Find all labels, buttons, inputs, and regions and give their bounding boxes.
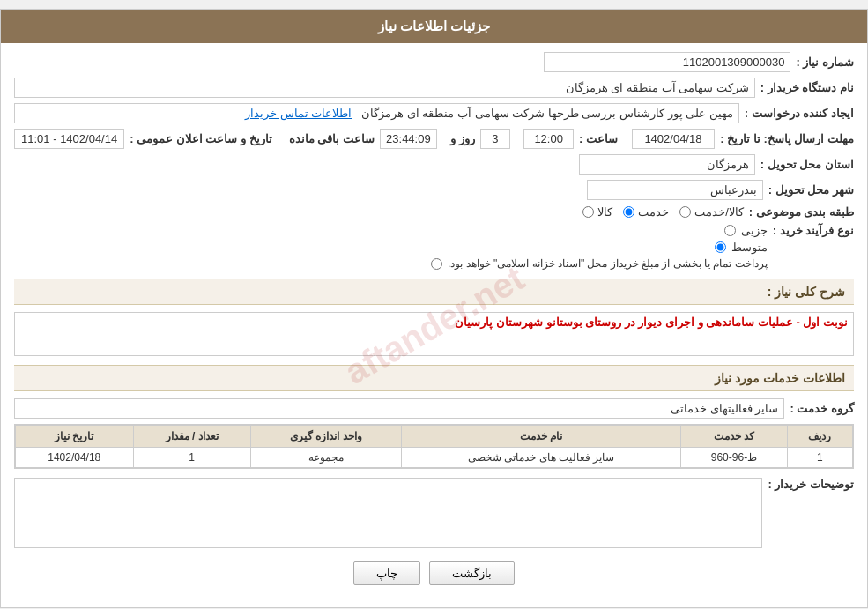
services-table-container: ردیف کد خدمت نام خدمت واحد اندازه گیری ت… — [14, 424, 854, 469]
sharh-section-title: شرح کلی نیاز : — [14, 279, 854, 305]
table-header-row: ردیف کد خدمت نام خدمت واحد اندازه گیری ت… — [16, 426, 853, 448]
tabaqe-kala-khedmat-radio[interactable] — [679, 206, 691, 218]
ostan-value: هرمزگان — [579, 154, 755, 175]
tarikh-value: 1402/04/18 — [632, 129, 716, 149]
naam-dastgah-row: نام دستگاه خریدار : شرکت سهامی آب منطقه … — [14, 78, 854, 98]
tarikh-elaan-value: 1402/04/14 - 11:01 — [14, 129, 124, 149]
eijad-label: ایجاد کننده درخواست : — [745, 107, 854, 120]
col-kod: کد خدمت — [681, 426, 787, 448]
baaghi-label: ساعت باقی مانده — [289, 132, 375, 145]
nooe-options: جزیی متوسط پرداخت تمام یا بخشی از مبلغ خ… — [431, 224, 768, 270]
cell-tarikh: 1402/04/18 — [16, 448, 134, 468]
col-naam: نام خدمت — [401, 426, 681, 448]
nooe-motavaset-radio[interactable] — [715, 241, 726, 253]
tabaqe-kala-khedmat-label: کالا/خدمت — [694, 205, 744, 219]
shomara-niaz-value: 1102001309000030 — [544, 52, 790, 72]
gorooh-value: سایر فعالیتهای خدماتی — [14, 398, 784, 419]
sharh-label: شرح کلی نیاز : — [768, 285, 845, 299]
cell-vahed: مجموعه — [250, 448, 401, 468]
eijad-row: ایجاد کننده درخواست : مهین علی پور کارشن… — [14, 103, 854, 123]
page-wrapper: جزئیات اطلاعات نیاز aftander.net شماره ن… — [0, 9, 868, 608]
page-header: جزئیات اطلاعات نیاز — [1, 10, 867, 43]
saaat-label: ساعت : — [579, 132, 618, 145]
tarikh-label: مهلت ارسال پاسخ: تا تاریخ : — [720, 132, 854, 145]
nooe-row: نوع فرآیند خرید : جزیی متوسط پرداخت تمام… — [14, 224, 854, 270]
eijad-value: مهین علی پور کارشناس بررسی طرحها شرکت سه… — [14, 103, 739, 123]
tarikh-elaan-label: تاریخ و ساعت اعلان عمومی : — [130, 132, 271, 145]
saaat-value: 12:00 — [523, 129, 574, 149]
tabaqe-khedmat-item: خدمت — [623, 205, 669, 219]
col-vahed: واحد اندازه گیری — [250, 426, 401, 448]
tabaqe-kala-khedmat-item: کالا/خدمت — [679, 205, 744, 219]
nooe-jazii-radio[interactable] — [724, 225, 736, 236]
tozihat-row: توضیحات خریدار : — [14, 478, 854, 548]
nooe-jazii-item: جزیی — [431, 224, 768, 237]
shomara-niaz-row: شماره نیاز : 1102001309000030 — [14, 52, 854, 72]
cell-radif: 1 — [787, 448, 852, 468]
tabaqe-kala-radio[interactable] — [582, 206, 594, 218]
eijad-link[interactable]: اطلاعات تماس خریدار — [245, 107, 352, 120]
print-button[interactable]: چاپ — [353, 561, 420, 585]
naam-dastgah-label: نام دستگاه خریدار : — [760, 81, 854, 94]
table-row: 1 ط-96-960 سایر فعالیت های خدماتی شخصی م… — [16, 448, 853, 468]
tabaqe-khedmat-radio[interactable] — [623, 206, 634, 218]
gorooh-label: گروه خدمت : — [790, 402, 854, 415]
tabaqe-khedmat-label: خدمت — [638, 205, 669, 219]
shahr-row: شهر محل تحویل : بندرعباس — [14, 180, 854, 200]
sharh-value: نوبت اول - عملیات ساماندهی و اجرای دیوار… — [14, 312, 854, 356]
nooe-label: نوع فرآیند خرید : — [773, 224, 854, 237]
tarikh-elaan-row: مهلت ارسال پاسخ: تا تاریخ : 1402/04/18 س… — [14, 129, 854, 149]
cell-naam: سایر فعالیت های خدماتی شخصی — [401, 448, 681, 468]
tozihat-textarea[interactable] — [14, 478, 762, 548]
khadamat-title: اطلاعات خدمات مورد نیاز — [715, 371, 845, 385]
nooe-motavaset-label: متوسط — [731, 241, 768, 254]
rooz-value: 3 — [480, 129, 510, 149]
cell-tedad: 1 — [133, 448, 250, 468]
tabaqe-kala-label: کالا — [597, 205, 612, 219]
khadamat-section-title: اطلاعات خدمات مورد نیاز — [14, 365, 854, 391]
sharh-value-wrapper: نوبت اول - عملیات ساماندهی و اجرای دیوار… — [14, 312, 854, 356]
col-tarikh: تاریخ نیاز — [16, 426, 134, 448]
gorooh-row: گروه خدمت : سایر فعالیتهای خدماتی — [14, 398, 854, 419]
nooe-pardakht-radio[interactable] — [431, 258, 442, 270]
col-radif: ردیف — [787, 426, 852, 448]
page-title: جزئیات اطلاعات نیاز — [378, 19, 490, 33]
ostan-row: استان محل تحویل : هرمزگان — [14, 154, 854, 175]
ostan-label: استان محل تحویل : — [760, 158, 854, 171]
nooe-jazii-label: جزیی — [741, 224, 768, 237]
tabaqe-options: کالا خدمت کالا/خدمت — [582, 205, 744, 219]
tabaqe-row: طبقه بندی موضوعی : کالا خدمت کالا/خدمت — [14, 205, 854, 219]
nooe-pardakht-item: پرداخت تمام یا بخشی از مبلغ خریداز محل "… — [431, 257, 768, 270]
tabaqe-kala-item: کالا — [582, 205, 612, 219]
tozihat-label: توضیحات خریدار : — [768, 478, 854, 491]
nooe-pardakht-label: پرداخت تمام یا بخشی از مبلغ خریداز محل "… — [448, 257, 768, 270]
shomara-niaz-label: شماره نیاز : — [796, 56, 854, 69]
eijad-text: مهین علی پور کارشناس بررسی طرحها شرکت سه… — [361, 107, 733, 120]
rooz-label: روز و — [450, 132, 475, 145]
naam-dastgah-value: شرکت سهامی آب منطقه ای هرمزگان — [14, 78, 755, 98]
col-tedad: تعداد / مقدار — [133, 426, 250, 448]
shahr-label: شهر محل تحویل : — [768, 183, 854, 197]
content-area: aftander.net شماره نیاز : 11020013090000… — [1, 43, 867, 607]
tabaqe-label: طبقه بندی موضوعی : — [749, 205, 854, 219]
nooe-motavaset-item: متوسط — [431, 241, 768, 254]
back-button[interactable]: بازگشت — [429, 561, 515, 585]
cell-kod: ط-96-960 — [681, 448, 787, 468]
buttons-row: بازگشت چاپ — [14, 561, 854, 585]
services-table: ردیف کد خدمت نام خدمت واحد اندازه گیری ت… — [15, 425, 853, 468]
baaghi-value: 23:44:09 — [380, 129, 437, 149]
shahr-value: بندرعباس — [587, 180, 763, 200]
